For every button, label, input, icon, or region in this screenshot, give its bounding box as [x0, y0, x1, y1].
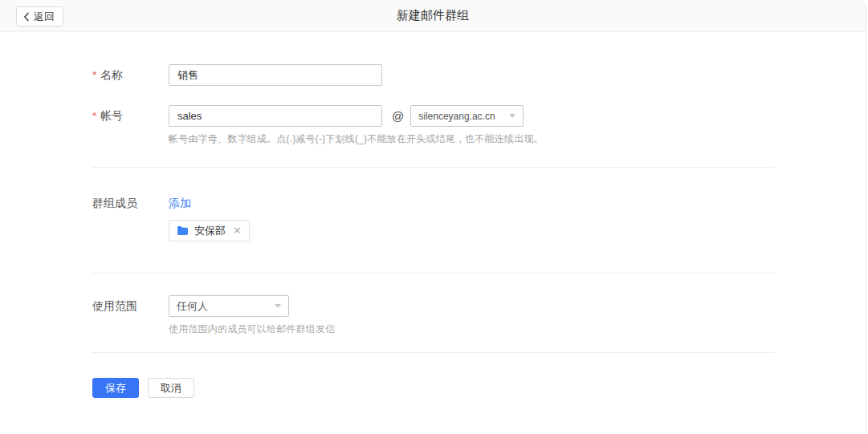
account-row: * 帐号 @ silenceyang.ac.cn	[92, 105, 774, 127]
account-input[interactable]	[169, 105, 382, 127]
remove-member-icon[interactable]: ✕	[233, 225, 242, 236]
account-help-text: 帐号由字母、数字组成。点(.)减号(-)下划线(_)不能放在开头或结尾，也不能连…	[169, 132, 774, 146]
members-label: 群组成员	[92, 197, 169, 211]
member-tag-label: 安保部	[194, 224, 226, 238]
new-mail-group-page: 返回 新建邮件群组 * 名称 * 帐号 @ silenceyang.ac.cn	[0, 0, 866, 434]
save-button[interactable]: 保存	[92, 378, 139, 398]
scope-select[interactable]: 任何人	[169, 295, 289, 317]
name-input[interactable]	[169, 64, 382, 86]
member-tag: 安保部 ✕	[169, 220, 250, 241]
group-form: * 名称 * 帐号 @ silenceyang.ac.cn 帐号由字母、数字组成…	[0, 64, 866, 398]
chevron-left-icon	[23, 12, 30, 22]
form-actions: 保存 取消	[92, 378, 774, 398]
domain-select-value: silenceyang.ac.cn	[418, 111, 495, 122]
at-symbol: @	[392, 109, 404, 123]
folder-icon	[177, 225, 194, 236]
members-row: 群组成员 添加	[92, 197, 774, 211]
caret-down-icon	[509, 114, 516, 118]
member-tag-row: 安保部 ✕	[169, 220, 774, 241]
required-asterisk: *	[92, 69, 96, 81]
add-member-link[interactable]: 添加	[169, 197, 191, 211]
back-button-label: 返回	[34, 10, 55, 24]
cancel-button[interactable]: 取消	[148, 378, 194, 398]
scope-help-text: 使用范围内的成员可以给邮件群组发信	[169, 322, 774, 336]
name-label: * 名称	[92, 68, 169, 83]
domain-select[interactable]: silenceyang.ac.cn	[410, 105, 524, 127]
scope-label: 使用范围	[92, 299, 169, 314]
section-divider	[92, 273, 775, 274]
section-divider	[92, 167, 775, 168]
account-label: * 帐号	[92, 109, 169, 124]
name-row: * 名称	[92, 64, 774, 86]
caret-down-icon	[275, 304, 281, 308]
back-button[interactable]: 返回	[16, 6, 63, 26]
scope-row: 使用范围 任何人	[92, 295, 774, 317]
section-divider	[92, 352, 775, 353]
required-asterisk: *	[92, 110, 96, 122]
page-title: 新建邮件群组	[0, 8, 866, 23]
topbar: 返回 新建邮件群组	[0, 0, 866, 32]
scope-select-value: 任何人	[177, 299, 208, 314]
